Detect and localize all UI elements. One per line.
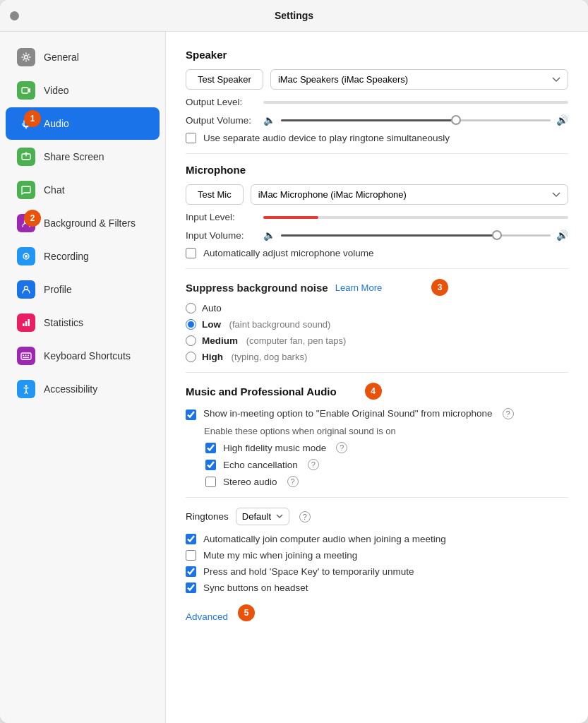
sidebar-item-background-filters[interactable]: 2 Background & Filters <box>6 207 160 239</box>
high-fidelity-checkbox[interactable] <box>205 443 216 453</box>
input-volume-label: Input Volume: <box>186 230 256 241</box>
input-vol-high-icon: 🔊 <box>556 229 568 241</box>
noise-medium-label[interactable]: Medium <box>202 335 238 346</box>
input-level-track <box>263 216 568 219</box>
separate-audio-label[interactable]: Use separate audio device to play ringto… <box>203 133 450 143</box>
auto-join-row: Automatically join computer audio when j… <box>186 534 568 544</box>
space-key-checkbox[interactable] <box>186 566 196 577</box>
input-level-row: Input Level: <box>186 212 568 222</box>
speaker-device-select[interactable]: iMac Speakers (iMac Speakers) <box>270 69 568 90</box>
separate-audio-checkbox[interactable] <box>186 133 196 143</box>
close-dot[interactable] <box>10 11 19 20</box>
sidebar-item-chat[interactable]: Chat <box>6 174 160 206</box>
echo-cancellation-label[interactable]: Echo cancellation <box>223 460 298 470</box>
ringtone-select[interactable]: Default Classic Piano None <box>236 508 289 525</box>
learn-more-link[interactable]: Learn More <box>335 282 382 293</box>
mic-device-select[interactable]: iMac Microphone (iMac Microphone) <box>251 184 568 205</box>
auto-adjust-checkbox[interactable] <box>186 248 196 258</box>
original-sound-checkbox[interactable] <box>186 410 196 420</box>
noise-auto-row: Auto <box>186 303 568 313</box>
original-sound-row: Show in-meeting option to "Enable Origin… <box>186 408 568 420</box>
input-vol-low-icon: 🔈 <box>263 229 275 241</box>
output-volume-track <box>281 119 551 121</box>
input-level-label: Input Level: <box>186 212 256 222</box>
input-level-slider[interactable] <box>263 216 568 219</box>
noise-low-label[interactable]: Low <box>202 319 221 330</box>
title-bar: Settings <box>0 0 588 32</box>
sidebar-item-keyboard-shortcuts[interactable]: Keyboard Shortcuts <box>6 340 160 372</box>
auto-adjust-label[interactable]: Automatically adjust microphone volume <box>203 248 374 258</box>
svg-rect-13 <box>25 354 27 356</box>
stereo-audio-row: Stereo audio ? <box>205 476 568 487</box>
sidebar-item-profile[interactable]: Profile <box>6 273 160 306</box>
input-volume-row: Input Volume: 🔈 🔊 <box>186 229 568 241</box>
sidebar-item-video[interactable]: Video <box>6 74 160 107</box>
keyboard-shortcuts-icon <box>17 347 35 365</box>
svg-rect-14 <box>28 354 29 356</box>
sync-buttons-checkbox[interactable] <box>186 582 196 593</box>
sidebar-label-accessibility: Accessibility <box>44 383 97 395</box>
music-section-title: Music and Professional Audio <box>186 386 337 398</box>
step-badge-5: 5 <box>238 604 255 621</box>
content-area: Speaker Test Speaker iMac Speakers (iMac… <box>166 32 588 723</box>
svg-rect-11 <box>21 353 31 359</box>
window-controls <box>10 11 19 20</box>
test-speaker-button[interactable]: Test Speaker <box>186 69 263 90</box>
accessibility-icon <box>17 380 35 398</box>
auto-join-checkbox[interactable] <box>186 534 196 544</box>
original-sound-label[interactable]: Show in-meeting option to "Enable Origin… <box>203 408 493 419</box>
volume-high-icon: 🔊 <box>556 114 568 126</box>
input-volume-slider[interactable]: 🔈 🔊 <box>263 229 568 241</box>
noise-auto-radio[interactable] <box>186 303 196 313</box>
svg-rect-12 <box>23 354 24 356</box>
mute-mic-checkbox[interactable] <box>186 550 196 561</box>
space-key-label[interactable]: Press and hold 'Space Key' to temporaril… <box>203 566 414 577</box>
sidebar-item-accessibility[interactable]: Accessibility <box>6 373 160 405</box>
noise-auto-label[interactable]: Auto <box>202 303 222 313</box>
test-mic-button[interactable]: Test Mic <box>186 184 244 205</box>
noise-high-radio[interactable] <box>186 352 196 362</box>
settings-window: Settings General Video <box>0 0 588 723</box>
auto-adjust-row: Automatically adjust microphone volume <box>186 248 568 258</box>
speaker-device-row: Test Speaker iMac Speakers (iMac Speaker… <box>186 69 568 90</box>
stereo-audio-checkbox[interactable] <box>205 477 216 487</box>
mute-mic-label[interactable]: Mute my mic when joining a meeting <box>203 550 357 561</box>
main-content: General Video 1 Audio <box>0 32 588 723</box>
sidebar-item-audio[interactable]: 1 Audio <box>6 107 160 140</box>
auto-join-label[interactable]: Automatically join computer audio when j… <box>203 534 446 544</box>
sync-buttons-label[interactable]: Sync buttons on headset <box>203 582 308 593</box>
sidebar-label-profile: Profile <box>44 284 72 295</box>
statistics-icon <box>17 313 35 332</box>
mute-mic-row: Mute my mic when joining a meeting <box>186 550 568 561</box>
original-sound-help-icon[interactable]: ? <box>503 408 514 419</box>
sidebar-label-keyboard-shortcuts: Keyboard Shortcuts <box>44 350 131 362</box>
echo-cancellation-checkbox[interactable] <box>205 460 216 470</box>
high-fidelity-help-icon[interactable]: ? <box>336 442 347 453</box>
advanced-link[interactable]: Advanced <box>186 611 228 622</box>
sidebar-label-background-filters: Background & Filters <box>44 217 136 229</box>
noise-medium-radio[interactable] <box>186 335 196 346</box>
sidebar-label-audio: Audio <box>44 118 69 129</box>
sidebar-item-recording[interactable]: Recording <box>6 240 160 273</box>
high-fidelity-label[interactable]: High fidelity music mode <box>223 443 326 453</box>
output-level-slider[interactable] <box>263 101 568 104</box>
sidebar-item-statistics[interactable]: Statistics <box>6 306 160 339</box>
space-key-row: Press and hold 'Space Key' to temporaril… <box>186 566 568 577</box>
sidebar-item-share-screen[interactable]: Share Screen <box>6 141 160 173</box>
ringtone-help-icon[interactable]: ? <box>299 511 311 522</box>
output-volume-slider[interactable]: 🔈 🔊 <box>263 114 568 126</box>
profile-icon <box>17 280 35 299</box>
svg-point-6 <box>25 255 28 258</box>
noise-medium-desc: (computer fan, pen taps) <box>244 335 346 346</box>
high-fidelity-row: High fidelity music mode ? <box>205 442 568 453</box>
stereo-audio-label[interactable]: Stereo audio <box>223 477 277 487</box>
noise-high-label[interactable]: High <box>202 352 223 362</box>
sidebar-label-statistics: Statistics <box>44 317 83 328</box>
sidebar-item-general[interactable]: General <box>6 41 160 73</box>
noise-low-radio[interactable] <box>186 319 196 330</box>
output-level-track <box>263 101 568 104</box>
volume-low-icon: 🔈 <box>263 114 275 126</box>
stereo-audio-help-icon[interactable]: ? <box>287 476 299 487</box>
ringtones-label: Ringtones <box>186 511 229 522</box>
echo-cancellation-help-icon[interactable]: ? <box>308 459 319 470</box>
